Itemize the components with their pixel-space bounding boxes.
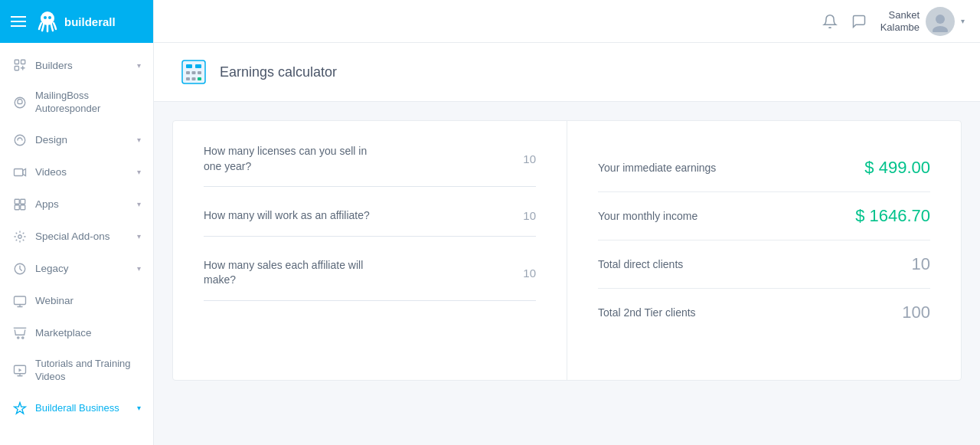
tier2-clients-label: Total 2nd Tier clients: [598, 306, 696, 319]
chevron-icon: ▾: [137, 168, 141, 176]
svg-rect-23: [195, 64, 201, 68]
direct-clients-value: 10: [912, 254, 930, 274]
calculator-results: Your immediate earnings $ 499.00 Your mo…: [567, 121, 961, 380]
sidebar-item-special-addons[interactable]: Special Add-ons ▾: [0, 221, 153, 253]
licenses-label: How many licenses can you sell in one ye…: [204, 144, 387, 174]
logo-area: builderall: [35, 9, 116, 34]
sidebar-item-label: Special Add-ons: [35, 231, 110, 242]
sidebar-item-mailingboss[interactable]: MailingBoss Autoresponder: [0, 81, 153, 124]
svg-point-20: [933, 26, 948, 32]
svg-point-13: [18, 235, 22, 239]
svg-rect-5: [15, 67, 18, 70]
sidebar-item-label: Apps: [35, 198, 59, 210]
sidebar-item-webinar[interactable]: Webinar: [0, 285, 153, 317]
messages-icon[interactable]: [851, 14, 867, 29]
immediate-earnings-value: $ 499.00: [864, 158, 930, 178]
tier2-clients-row: Total 2nd Tier clients 100: [598, 289, 930, 336]
svg-rect-28: [192, 77, 196, 80]
topbar: Sanket Kalambe ▾: [154, 0, 980, 43]
sidebar-header: builderall: [0, 0, 153, 43]
sidebar-item-apps[interactable]: Apps ▾: [0, 188, 153, 221]
calculator-section: How many licenses can you sell in one ye…: [172, 120, 962, 381]
webinar-icon: [12, 293, 28, 309]
builderall-business-icon: [12, 401, 28, 416]
affiliate-label: How many will work as an affiliate?: [204, 208, 370, 224]
sidebar-item-tutorials[interactable]: Tutorials and Training Videos: [0, 349, 153, 392]
immediate-earnings-row: Your immediate earnings $ 499.00: [598, 144, 930, 192]
chevron-icon: ▾: [137, 232, 141, 240]
sidebar-item-label: Builderall Business: [35, 402, 119, 414]
sidebar-item-legacy[interactable]: Legacy ▾: [0, 253, 153, 285]
monthly-income-value: $ 1646.70: [855, 206, 930, 226]
builders-icon: [12, 57, 28, 73]
sidebar-item-label: Tutorials and Training Videos: [35, 358, 141, 384]
chevron-icon: ▾: [137, 404, 141, 412]
immediate-earnings-label: Your immediate earnings: [598, 162, 716, 174]
sidebar-item-label: Legacy: [35, 263, 69, 274]
licenses-field: How many licenses can you sell in one ye…: [204, 144, 536, 187]
direct-clients-label: Total direct clients: [598, 258, 683, 270]
calculator-icon: [178, 57, 209, 87]
svg-point-0: [41, 11, 54, 25]
chevron-icon: ▾: [137, 200, 141, 208]
user-name: Sanket Kalambe: [880, 9, 920, 33]
chevron-icon: ▾: [137, 136, 141, 144]
svg-rect-22: [186, 64, 192, 68]
svg-rect-29: [198, 77, 201, 80]
svg-rect-9: [15, 199, 19, 204]
svg-rect-8: [15, 169, 23, 175]
sidebar-item-label: Videos: [35, 166, 67, 178]
svg-rect-3: [15, 60, 18, 64]
svg-point-17: [22, 337, 24, 339]
page-title: Earnings calculator: [220, 64, 337, 80]
legacy-icon: [12, 261, 28, 276]
affiliate-value: 10: [505, 209, 536, 222]
sidebar-item-label: Design: [35, 134, 67, 146]
logo-text: builderall: [64, 15, 116, 28]
sidebar-item-design[interactable]: Design ▾: [0, 124, 153, 156]
sidebar-item-label: Marketplace: [35, 327, 92, 339]
sidebar-item-builderall-business[interactable]: Builderall Business ▾: [0, 392, 153, 424]
chevron-icon: ▾: [137, 264, 141, 273]
svg-rect-11: [15, 205, 19, 210]
svg-rect-25: [192, 71, 196, 74]
apps-icon: [12, 197, 28, 212]
sales-value: 10: [505, 267, 536, 280]
calculator-inputs: How many licenses can you sell in one ye…: [173, 121, 567, 380]
svg-rect-24: [186, 71, 190, 74]
tutorials-icon: [12, 363, 28, 378]
avatar: [926, 7, 955, 36]
svg-rect-12: [21, 205, 25, 210]
svg-point-7: [15, 135, 25, 146]
svg-point-16: [18, 337, 19, 339]
sidebar-item-videos[interactable]: Videos ▾: [0, 156, 153, 188]
page-header: Earnings calculator: [154, 43, 980, 102]
sales-label: How many sales each affiliate will make?: [204, 258, 387, 288]
svg-rect-4: [21, 60, 25, 64]
chevron-icon: ▾: [137, 61, 141, 70]
sidebar-item-label: Builders: [35, 60, 73, 71]
notifications-icon[interactable]: [822, 14, 838, 29]
svg-point-19: [936, 15, 945, 24]
user-area[interactable]: Sanket Kalambe ▾: [880, 7, 965, 36]
svg-rect-27: [186, 77, 190, 80]
sidebar-item-label: MailingBoss Autoresponder: [35, 90, 141, 116]
logo-icon: [35, 9, 60, 34]
sidebar-nav: Builders ▾ MailingBoss Autoresponder Des…: [0, 43, 153, 445]
videos-icon: [12, 165, 28, 180]
user-chevron-icon: ▾: [961, 17, 965, 25]
svg-rect-26: [198, 71, 201, 74]
svg-point-1: [44, 16, 47, 19]
sidebar-item-builders[interactable]: Builders ▾: [0, 49, 153, 81]
special-addons-icon: [12, 229, 28, 244]
hamburger-button[interactable]: [8, 13, 29, 30]
svg-point-2: [48, 16, 51, 19]
mailingboss-icon: [12, 95, 28, 110]
tier2-clients-value: 100: [902, 303, 930, 322]
main-content: Sanket Kalambe ▾ Earnings calculator How…: [154, 0, 980, 445]
sidebar: builderall Builders ▾ MailingBoss Autore…: [0, 0, 154, 445]
sidebar-item-label: Webinar: [35, 295, 74, 306]
sidebar-item-marketplace[interactable]: Marketplace: [0, 317, 153, 349]
licenses-value: 10: [505, 152, 536, 165]
affiliate-field: How many will work as an affiliate? 10: [204, 208, 536, 237]
